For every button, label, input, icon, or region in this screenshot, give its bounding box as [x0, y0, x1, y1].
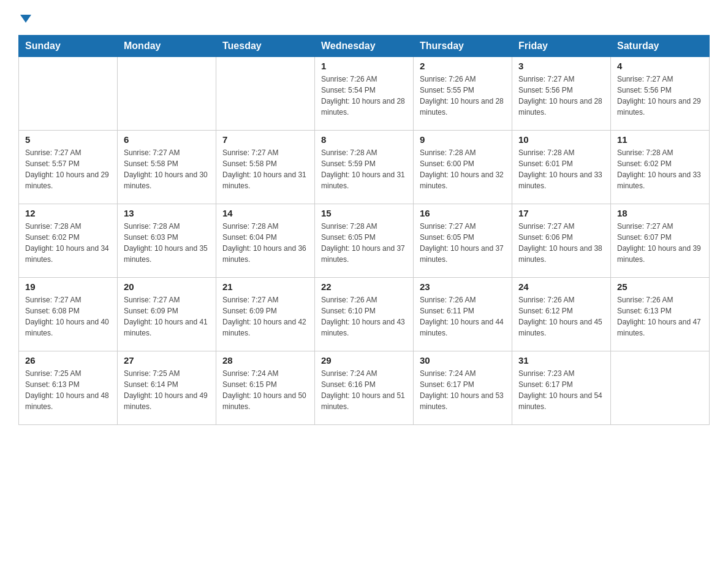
day-info-2: Sunrise: 7:26 AMSunset: 5:55 PMDaylight:…	[420, 74, 506, 118]
day-info-29: Sunrise: 7:24 AMSunset: 6:16 PMDaylight:…	[321, 368, 407, 412]
day-number-3: 3	[518, 61, 604, 71]
day-info-4: Sunrise: 7:27 AMSunset: 5:56 PMDaylight:…	[617, 74, 703, 118]
day-cell-12: 12Sunrise: 7:28 AMSunset: 6:02 PMDayligh…	[19, 204, 118, 278]
day-info-30: Sunrise: 7:24 AMSunset: 6:17 PMDaylight:…	[420, 368, 506, 412]
day-cell-14: 14Sunrise: 7:28 AMSunset: 6:04 PMDayligh…	[216, 204, 315, 278]
day-info-18: Sunrise: 7:27 AMSunset: 6:07 PMDaylight:…	[617, 221, 703, 265]
day-info-28: Sunrise: 7:24 AMSunset: 6:15 PMDaylight:…	[222, 368, 308, 412]
day-info-23: Sunrise: 7:26 AMSunset: 6:11 PMDaylight:…	[420, 294, 506, 339]
day-number-8: 8	[321, 134, 407, 145]
calendar-header: SundayMondayTuesdayWednesdayThursdayFrid…	[19, 36, 710, 57]
day-header-friday: Friday	[512, 36, 611, 57]
day-info-3: Sunrise: 7:27 AMSunset: 5:56 PMDaylight:…	[518, 74, 604, 118]
day-number-28: 28	[222, 355, 308, 366]
day-number-6: 6	[124, 134, 210, 145]
day-number-19: 19	[25, 282, 111, 292]
day-info-1: Sunrise: 7:26 AMSunset: 5:54 PMDaylight:…	[321, 74, 407, 118]
day-number-13: 13	[124, 208, 210, 218]
day-cell-30: 30Sunrise: 7:24 AMSunset: 6:17 PMDayligh…	[414, 351, 512, 425]
day-info-6: Sunrise: 7:27 AMSunset: 5:58 PMDaylight:…	[124, 147, 210, 191]
day-cell-22: 22Sunrise: 7:26 AMSunset: 6:10 PMDayligh…	[315, 278, 414, 351]
day-number-12: 12	[25, 208, 111, 218]
day-number-11: 11	[617, 134, 703, 145]
calendar-body: 1Sunrise: 7:26 AMSunset: 5:54 PMDaylight…	[19, 57, 710, 425]
day-info-10: Sunrise: 7:28 AMSunset: 6:01 PMDaylight:…	[518, 147, 604, 191]
day-info-22: Sunrise: 7:26 AMSunset: 6:10 PMDaylight:…	[321, 294, 407, 339]
day-number-31: 31	[518, 355, 604, 366]
day-number-14: 14	[222, 208, 308, 218]
day-cell-26: 26Sunrise: 7:25 AMSunset: 6:13 PMDayligh…	[19, 351, 118, 425]
calendar-week-1: 1Sunrise: 7:26 AMSunset: 5:54 PMDaylight…	[19, 57, 710, 131]
calendar-table: SundayMondayTuesdayWednesdayThursdayFrid…	[18, 35, 710, 425]
day-cell-4: 4Sunrise: 7:27 AMSunset: 5:56 PMDaylight…	[611, 57, 710, 131]
calendar-week-4: 19Sunrise: 7:27 AMSunset: 6:08 PMDayligh…	[19, 278, 710, 351]
day-number-4: 4	[617, 61, 703, 71]
day-info-9: Sunrise: 7:28 AMSunset: 6:00 PMDaylight:…	[420, 147, 506, 191]
day-cell-16: 16Sunrise: 7:27 AMSunset: 6:05 PMDayligh…	[414, 204, 512, 278]
days-of-week-row: SundayMondayTuesdayWednesdayThursdayFrid…	[19, 36, 710, 57]
day-number-7: 7	[222, 134, 308, 145]
day-number-16: 16	[420, 208, 506, 218]
day-info-24: Sunrise: 7:26 AMSunset: 6:12 PMDaylight:…	[518, 294, 604, 339]
day-info-27: Sunrise: 7:25 AMSunset: 6:14 PMDaylight:…	[124, 368, 210, 412]
day-cell-3: 3Sunrise: 7:27 AMSunset: 5:56 PMDaylight…	[512, 57, 611, 131]
day-cell-20: 20Sunrise: 7:27 AMSunset: 6:09 PMDayligh…	[118, 278, 216, 351]
day-cell-13: 13Sunrise: 7:28 AMSunset: 6:03 PMDayligh…	[118, 204, 216, 278]
day-cell-31: 31Sunrise: 7:23 AMSunset: 6:17 PMDayligh…	[512, 351, 611, 425]
day-info-7: Sunrise: 7:27 AMSunset: 5:58 PMDaylight:…	[222, 147, 308, 191]
empty-cell	[19, 57, 118, 131]
day-number-22: 22	[321, 282, 407, 292]
day-info-17: Sunrise: 7:27 AMSunset: 6:06 PMDaylight:…	[518, 221, 604, 265]
page-header	[18, 12, 710, 23]
logo	[18, 12, 31, 23]
day-number-27: 27	[124, 355, 210, 366]
day-cell-19: 19Sunrise: 7:27 AMSunset: 6:08 PMDayligh…	[19, 278, 118, 351]
day-cell-2: 2Sunrise: 7:26 AMSunset: 5:55 PMDaylight…	[414, 57, 512, 131]
day-number-10: 10	[518, 134, 604, 145]
day-cell-27: 27Sunrise: 7:25 AMSunset: 6:14 PMDayligh…	[118, 351, 216, 425]
day-cell-23: 23Sunrise: 7:26 AMSunset: 6:11 PMDayligh…	[414, 278, 512, 351]
day-info-14: Sunrise: 7:28 AMSunset: 6:04 PMDaylight:…	[222, 221, 308, 265]
day-cell-6: 6Sunrise: 7:27 AMSunset: 5:58 PMDaylight…	[118, 131, 216, 204]
empty-cell	[216, 57, 315, 131]
day-header-wednesday: Wednesday	[315, 36, 414, 57]
day-cell-1: 1Sunrise: 7:26 AMSunset: 5:54 PMDaylight…	[315, 57, 414, 131]
day-cell-24: 24Sunrise: 7:26 AMSunset: 6:12 PMDayligh…	[512, 278, 611, 351]
day-number-26: 26	[25, 355, 111, 366]
day-header-monday: Monday	[118, 36, 216, 57]
day-info-26: Sunrise: 7:25 AMSunset: 6:13 PMDaylight:…	[25, 368, 111, 412]
day-info-16: Sunrise: 7:27 AMSunset: 6:05 PMDaylight:…	[420, 221, 506, 265]
day-info-15: Sunrise: 7:28 AMSunset: 6:05 PMDaylight:…	[321, 221, 407, 265]
day-cell-21: 21Sunrise: 7:27 AMSunset: 6:09 PMDayligh…	[216, 278, 315, 351]
day-cell-18: 18Sunrise: 7:27 AMSunset: 6:07 PMDayligh…	[611, 204, 710, 278]
empty-cell	[118, 57, 216, 131]
day-info-20: Sunrise: 7:27 AMSunset: 6:09 PMDaylight:…	[124, 294, 210, 339]
day-cell-7: 7Sunrise: 7:27 AMSunset: 5:58 PMDaylight…	[216, 131, 315, 204]
day-number-18: 18	[617, 208, 703, 218]
day-info-31: Sunrise: 7:23 AMSunset: 6:17 PMDaylight:…	[518, 368, 604, 412]
calendar-week-5: 26Sunrise: 7:25 AMSunset: 6:13 PMDayligh…	[19, 351, 710, 425]
day-info-13: Sunrise: 7:28 AMSunset: 6:03 PMDaylight:…	[124, 221, 210, 265]
day-info-21: Sunrise: 7:27 AMSunset: 6:09 PMDaylight:…	[222, 294, 308, 339]
day-number-30: 30	[420, 355, 506, 366]
day-cell-29: 29Sunrise: 7:24 AMSunset: 6:16 PMDayligh…	[315, 351, 414, 425]
day-number-2: 2	[420, 61, 506, 71]
day-number-23: 23	[420, 282, 506, 292]
day-cell-5: 5Sunrise: 7:27 AMSunset: 5:57 PMDaylight…	[19, 131, 118, 204]
day-number-20: 20	[124, 282, 210, 292]
day-info-19: Sunrise: 7:27 AMSunset: 6:08 PMDaylight:…	[25, 294, 111, 339]
day-header-sunday: Sunday	[19, 36, 118, 57]
day-cell-11: 11Sunrise: 7:28 AMSunset: 6:02 PMDayligh…	[611, 131, 710, 204]
day-number-17: 17	[518, 208, 604, 218]
day-cell-17: 17Sunrise: 7:27 AMSunset: 6:06 PMDayligh…	[512, 204, 611, 278]
empty-cell	[611, 351, 710, 425]
day-header-thursday: Thursday	[414, 36, 512, 57]
calendar-week-2: 5Sunrise: 7:27 AMSunset: 5:57 PMDaylight…	[19, 131, 710, 204]
calendar-week-3: 12Sunrise: 7:28 AMSunset: 6:02 PMDayligh…	[19, 204, 710, 278]
day-header-saturday: Saturday	[611, 36, 710, 57]
day-number-1: 1	[321, 61, 407, 71]
day-number-21: 21	[222, 282, 308, 292]
day-info-11: Sunrise: 7:28 AMSunset: 6:02 PMDaylight:…	[617, 147, 703, 191]
day-number-29: 29	[321, 355, 407, 366]
day-cell-15: 15Sunrise: 7:28 AMSunset: 6:05 PMDayligh…	[315, 204, 414, 278]
